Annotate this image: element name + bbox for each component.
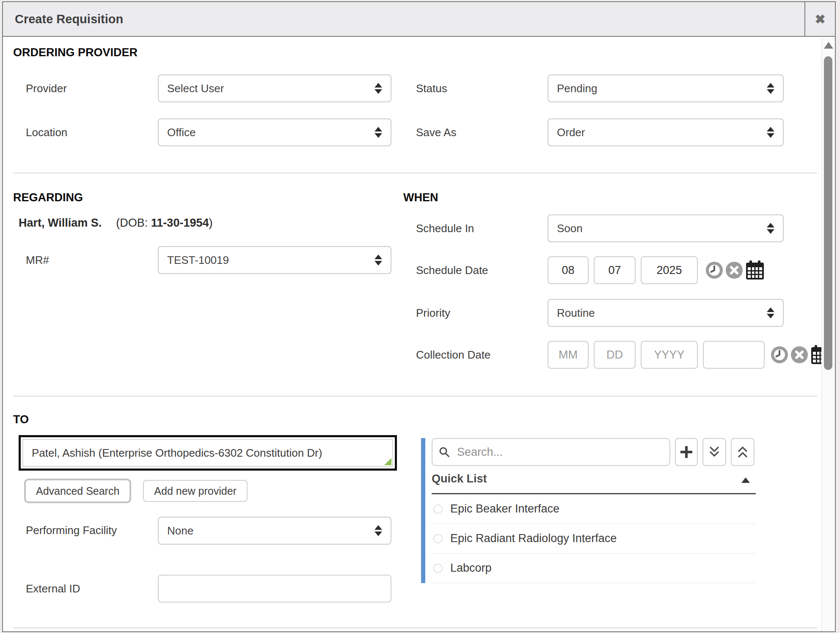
dob-open: (DOB: xyxy=(116,216,151,229)
quick-list-item-label: Epic Beaker Interface xyxy=(450,502,559,515)
priority-row: Priority Routine xyxy=(403,299,784,327)
quick-list-item-label: Epic Radiant Radiology Interface xyxy=(450,532,617,545)
location-label: Location xyxy=(13,126,158,139)
clock-icon xyxy=(771,346,788,364)
spinner-arrows-icon xyxy=(767,83,774,94)
collection-date-label: Collection Date xyxy=(403,348,548,362)
external-id-input[interactable] xyxy=(158,575,391,603)
quick-list-item[interactable]: Labcorp xyxy=(432,554,756,583)
dialog-title: Create Requisition xyxy=(3,12,123,26)
to-provider-select-value: Patel, Ashish (Enterprise Orthopedics-63… xyxy=(32,447,322,460)
status-select-value: Pending xyxy=(557,82,597,95)
quick-list-heading: Quick List xyxy=(432,472,487,485)
clear-circle-icon xyxy=(790,346,808,364)
clear-circle-icon xyxy=(725,261,743,279)
section-divider xyxy=(13,173,817,173)
double-chevron-down-icon xyxy=(708,446,720,458)
collection-time-button[interactable] xyxy=(771,346,788,364)
status-select[interactable]: Pending xyxy=(548,74,784,102)
patient-name: Hart, William S. xyxy=(19,216,102,229)
collection-month-input[interactable] xyxy=(548,341,589,369)
scrollbar-thumb[interactable] xyxy=(824,56,832,370)
directory-toolbar xyxy=(432,438,755,466)
dob-value: 11-30-1954 xyxy=(151,216,209,229)
regarding-heading: REGARDING xyxy=(13,191,83,204)
directory-search-input[interactable] xyxy=(432,438,670,466)
clock-icon xyxy=(705,261,723,279)
provider-select-value: Select User xyxy=(167,82,224,95)
radio-icon[interactable] xyxy=(433,564,443,573)
close-icon: ✖ xyxy=(815,12,825,27)
directory-search xyxy=(432,438,670,466)
status-row: Status Pending xyxy=(403,74,784,102)
schedule-year-input[interactable] xyxy=(641,256,698,284)
priority-label: Priority xyxy=(403,307,548,320)
collapse-all-button[interactable] xyxy=(731,438,755,466)
spinner-arrows-icon xyxy=(375,255,382,266)
schedule-in-select[interactable]: Soon xyxy=(548,214,784,242)
directory-accent-bar xyxy=(421,438,425,583)
save-as-select-value: Order xyxy=(557,126,585,139)
spinner-arrows-icon xyxy=(767,223,774,234)
mr-select-value: TEST-10019 xyxy=(167,254,229,267)
status-label: Status xyxy=(403,82,548,95)
location-select[interactable]: Office xyxy=(158,118,391,146)
location-select-value: Office xyxy=(167,126,196,139)
schedule-date-row: Schedule Date xyxy=(403,256,764,284)
to-heading: TO xyxy=(13,413,29,426)
save-as-label: Save As xyxy=(403,126,548,139)
schedule-time-button[interactable] xyxy=(705,261,723,279)
plus-icon xyxy=(679,445,694,459)
add-new-provider-button[interactable]: Add new provider xyxy=(143,480,248,502)
save-as-select[interactable]: Order xyxy=(548,118,784,146)
quick-list-item[interactable]: Epic Beaker Interface xyxy=(432,494,756,524)
performing-facility-select-value: None xyxy=(167,524,193,537)
external-id-label: External ID xyxy=(13,582,158,595)
schedule-clear-button[interactable] xyxy=(725,261,743,279)
dialog-body: ORDERING PROVIDER Provider Select User S… xyxy=(3,38,835,631)
double-chevron-up-icon xyxy=(737,446,749,458)
quick-list-collapse-icon[interactable] xyxy=(741,477,750,483)
to-provider-highlight: Patel, Ashish (Enterprise Orthopedics-63… xyxy=(19,435,397,471)
spinner-arrows-icon xyxy=(767,127,774,138)
collection-year-input[interactable] xyxy=(641,341,698,369)
mr-select[interactable]: TEST-10019 xyxy=(158,246,391,274)
quick-list-item[interactable]: Epic Radiant Radiology Interface xyxy=(432,524,756,554)
schedule-in-row: Schedule In Soon xyxy=(403,214,784,242)
provider-label: Provider xyxy=(13,82,158,95)
performing-facility-label: Performing Facility xyxy=(13,517,158,541)
mr-label: MR# xyxy=(13,254,158,267)
schedule-in-label: Schedule In xyxy=(403,222,548,235)
schedule-day-input[interactable] xyxy=(594,256,636,284)
create-requisition-dialog: Create Requisition ✖ ORDERING PROVIDER P… xyxy=(2,1,836,632)
schedule-month-input[interactable] xyxy=(548,256,589,284)
collection-date-row: Collection Date xyxy=(403,341,829,369)
section-divider xyxy=(13,628,817,628)
when-heading: WHEN xyxy=(403,191,438,204)
radio-icon[interactable] xyxy=(433,504,443,514)
external-id-row: External ID xyxy=(13,575,391,603)
schedule-calendar-button[interactable] xyxy=(746,260,764,280)
advanced-search-button[interactable]: Advanced Search xyxy=(24,479,131,503)
priority-select[interactable]: Routine xyxy=(548,299,784,327)
ordering-provider-heading: ORDERING PROVIDER xyxy=(13,46,138,59)
expand-all-button[interactable] xyxy=(702,438,726,466)
scrollbar-up-arrow-icon[interactable] xyxy=(824,42,833,49)
collection-clear-button[interactable] xyxy=(790,346,808,364)
dialog-titlebar: Create Requisition ✖ xyxy=(3,2,835,37)
save-as-row: Save As Order xyxy=(403,118,784,146)
close-button[interactable]: ✖ xyxy=(804,2,835,36)
spinner-arrows-icon xyxy=(767,307,774,318)
location-row: Location Office xyxy=(13,118,391,146)
vertical-scrollbar[interactable] xyxy=(821,38,835,631)
performing-facility-select[interactable]: None xyxy=(158,517,391,545)
radio-icon[interactable] xyxy=(433,534,443,543)
provider-select[interactable]: Select User xyxy=(158,74,391,102)
add-recipient-button[interactable] xyxy=(675,438,698,466)
resize-grip-icon[interactable] xyxy=(384,458,391,465)
collection-day-input[interactable] xyxy=(594,341,636,369)
quick-list-item-label: Labcorp xyxy=(450,562,492,575)
to-actions-row: Advanced Search Add new provider xyxy=(24,479,248,503)
to-provider-select[interactable]: Patel, Ashish (Enterprise Orthopedics-63… xyxy=(22,439,393,467)
collection-time-input[interactable] xyxy=(703,341,765,369)
